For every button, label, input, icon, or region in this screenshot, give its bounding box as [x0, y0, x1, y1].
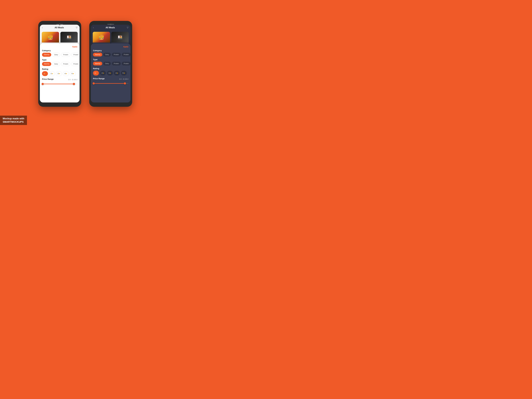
type-label-light: Type — [42, 59, 77, 61]
burger-image-light — [42, 32, 59, 43]
camera-light — [59, 24, 61, 25]
filter-sheet-dark: Apply Category Starchy Dairy Protein Pro… — [91, 44, 131, 102]
price-slider-dark[interactable] — [93, 82, 128, 85]
price-range-header-light: Price Range $ 0 - $ 100.0 — [42, 78, 77, 81]
rating-2-light[interactable]: 2 ★ — [49, 71, 55, 76]
tuna-image-light — [60, 32, 78, 43]
rating-5-dark[interactable]: 5 ★ — [121, 71, 127, 75]
category-chips-dark: Starchy Dairy Protein Protein — [93, 53, 128, 56]
filter-sheet-light: Apply Category Starchy Dairy Protein Pro… — [40, 44, 80, 102]
rating-4-light[interactable]: 4 ★ — [63, 71, 69, 76]
apply-button-light[interactable]: Apply — [72, 46, 77, 48]
price-value-light: $ 0 - $ 100.0 — [69, 79, 77, 81]
chip-protein2-type-dark[interactable]: Protein — [122, 62, 131, 65]
chip-protein2-type-light[interactable]: Protein — [71, 62, 80, 66]
header-title-light: All Meals — [55, 26, 64, 29]
chip-protein1-type-dark[interactable]: Protein — [112, 62, 121, 65]
chip-dairy-category-dark[interactable]: Dairy — [103, 53, 111, 56]
mockup-label: Mockup made with SMARTMOCKUPS — [0, 116, 27, 125]
rating-1-dark[interactable]: 1 ★ — [93, 71, 99, 75]
rating-chips-dark: 1 ★ 2 ★ 3 ★ 4 ★ 5 ★ — [93, 71, 128, 75]
burger-image-dark — [93, 32, 110, 43]
type-section-light: Type Starchy Dairy Protein Protein — [42, 59, 77, 66]
rating-chips-light: 1 ★ 2 ★ 3 ★ 4 ★ 5 ★ — [42, 71, 77, 76]
chip-starchy-type-dark[interactable]: Starchy — [93, 62, 102, 65]
slider-thumb-left-light[interactable] — [42, 83, 44, 85]
rating-label-light: Rating — [42, 68, 77, 70]
tuna-image-dark — [111, 32, 129, 43]
slider-fill-dark — [93, 83, 125, 84]
rating-2-dark[interactable]: 2 ★ — [100, 71, 106, 75]
chip-protein1-category-dark[interactable]: Protein — [112, 53, 121, 56]
price-value-dark: $ 0 - $ 100.0 — [120, 78, 128, 80]
apply-row-dark: Apply — [93, 46, 128, 48]
header-light: ‹ All Meals ▽ — [40, 25, 80, 31]
type-label-dark: Type — [93, 58, 128, 61]
chip-protein1-category-light[interactable]: Protein — [61, 53, 70, 57]
category-label-dark: Category — [93, 49, 128, 52]
mockup-line1: Mockup made with — [3, 117, 24, 120]
chip-starchy-type-light[interactable]: Starchy — [42, 62, 51, 66]
price-label-dark: Price Range — [93, 77, 105, 80]
apply-row-light: Apply — [42, 46, 77, 48]
slider-thumb-right-dark[interactable] — [124, 82, 126, 85]
category-section-dark: Category Starchy Dairy Protein Protein — [93, 49, 128, 56]
rating-1-light[interactable]: 1 ★ — [42, 71, 48, 76]
header-title-dark: All Meals — [106, 26, 115, 29]
apply-button-dark[interactable]: Apply — [123, 46, 128, 48]
rating-5-light[interactable]: 5 ★ — [70, 71, 76, 76]
price-section-dark: Price Range $ 0 - $ 100.0 — [93, 77, 128, 85]
chip-protein1-type-light[interactable]: Protein — [61, 62, 70, 66]
type-chips-light: Starchy Dairy Protein Protein — [42, 62, 77, 66]
phone-dark: ‹ All Meals ▽ Burger A Hamburger is — [89, 21, 132, 107]
category-section-light: Category Starchy Dairy Protein Protein — [42, 49, 77, 57]
filter-icon-light[interactable]: ▽ — [76, 26, 77, 29]
slider-fill-light — [42, 84, 74, 84]
slider-track-light — [42, 84, 77, 84]
mockup-line2: SMARTMOCKUPS — [3, 121, 24, 123]
screen-light: ‹ All Meals ▽ Burger A Hamburger is — [40, 25, 80, 102]
chip-protein2-category-light[interactable]: Protein — [71, 53, 80, 57]
chip-dairy-type-dark[interactable]: Dairy — [103, 62, 111, 65]
slider-track-dark — [93, 83, 128, 84]
rating-section-dark: Rating 1 ★ 2 ★ 3 ★ 4 ★ 5 ★ — [93, 67, 128, 75]
phone-light: ‹ All Meals ▽ Burger A Hamburger is — [38, 21, 81, 107]
back-icon-dark[interactable]: ‹ — [93, 26, 94, 29]
category-label-light: Category — [42, 49, 77, 52]
header-dark: ‹ All Meals ▽ — [91, 25, 131, 31]
rating-3-light[interactable]: 3 ★ — [56, 71, 62, 76]
screen-dark: ‹ All Meals ▽ Burger A Hamburger is — [91, 25, 131, 102]
slider-thumb-right-light[interactable] — [73, 83, 75, 85]
price-label-light: Price Range — [42, 78, 54, 80]
chip-dairy-category-light[interactable]: Dairy — [52, 53, 60, 57]
rating-4-dark[interactable]: 4 ★ — [114, 71, 120, 75]
type-chips-dark: Starchy Dairy Protein Protein — [93, 62, 128, 65]
chip-starchy-category-light[interactable]: Starchy — [42, 53, 51, 57]
chip-starchy-category-dark[interactable]: Starchy — [93, 53, 102, 56]
chip-protein2-category-dark[interactable]: Protein — [122, 53, 131, 56]
chip-dairy-type-light[interactable]: Dairy — [52, 62, 60, 66]
rating-section-light: Rating 1 ★ 2 ★ 3 ★ 4 ★ 5 ★ — [42, 68, 77, 76]
rating-3-dark[interactable]: 3 ★ — [107, 71, 113, 75]
rating-label-dark: Rating — [93, 67, 128, 70]
price-slider-light[interactable] — [42, 83, 77, 85]
category-chips-light: Starchy Dairy Protein Protein — [42, 53, 77, 57]
back-icon-light[interactable]: ‹ — [42, 26, 43, 29]
price-section-light: Price Range $ 0 - $ 100.0 — [42, 78, 77, 85]
slider-thumb-left-dark[interactable] — [93, 82, 95, 85]
filter-icon-dark[interactable]: ▽ — [127, 26, 128, 29]
camera-dark — [110, 24, 112, 25]
phones-container: ‹ All Meals ▽ Burger A Hamburger is — [38, 21, 132, 107]
type-section-dark: Type Starchy Dairy Protein Protein — [93, 58, 128, 65]
price-range-header-dark: Price Range $ 0 - $ 100.0 — [93, 77, 128, 81]
